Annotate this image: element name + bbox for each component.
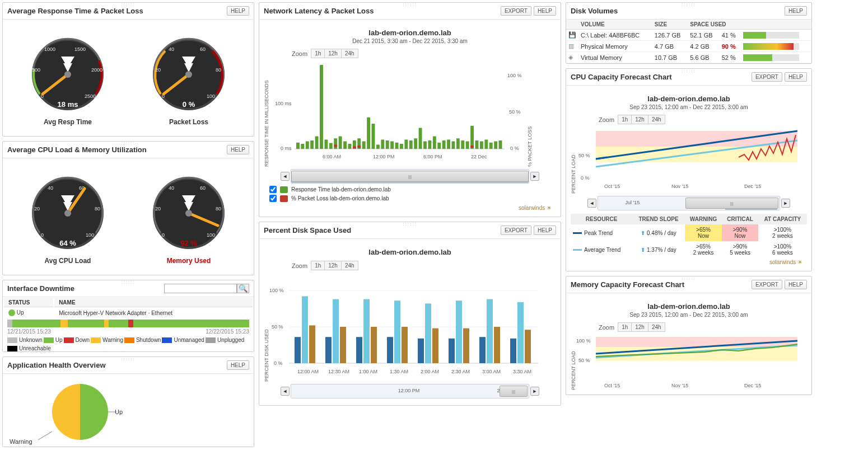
scroll-right[interactable]: ►: [530, 172, 539, 181]
zoom-12h[interactable]: 12h: [325, 49, 342, 58]
downtime-timeline: [7, 320, 249, 327]
svg-rect-90: [475, 140, 479, 149]
search-button[interactable]: 🔍: [237, 284, 249, 293]
svg-rect-119: [425, 303, 431, 363]
zoom-24h[interactable]: 24h: [648, 323, 665, 331]
export-button[interactable]: EXPORT: [752, 72, 782, 82]
svg-rect-58: [339, 137, 342, 149]
brand-footer: solarwinds: [264, 204, 556, 212]
help-button[interactable]: HELP: [227, 145, 249, 154]
svg-text:20: 20: [155, 67, 161, 73]
svg-text:18 ms: 18 ms: [58, 100, 78, 109]
navigator[interactable]: 12:00 PM 22 Dec |||: [291, 169, 529, 184]
drag-handle[interactable]: ::::::: [121, 356, 135, 362]
col-status: STATUS: [4, 298, 53, 307]
svg-text:50 %: 50 %: [578, 358, 590, 363]
svg-text:12:00 AM: 12:00 AM: [297, 369, 319, 374]
panel-app-health: :::::: Application Health Overview HELP …: [2, 356, 254, 447]
help-button[interactable]: HELP: [227, 360, 249, 370]
svg-rect-109: [325, 337, 332, 363]
svg-text:Oct '15: Oct '15: [604, 184, 620, 189]
drag-handle[interactable]: ::::::: [403, 222, 417, 227]
svg-rect-73: [400, 144, 403, 149]
table-row: Average Trend ⬆ 1.37% / day >65% 2 weeks…: [571, 241, 807, 258]
svg-text:64 %: 64 %: [59, 239, 76, 247]
drag-handle[interactable]: ::::::: [121, 280, 135, 285]
scroll-left[interactable]: ◄: [587, 199, 596, 208]
help-button[interactable]: HELP: [785, 72, 807, 82]
scroll-right[interactable]: ►: [781, 199, 790, 208]
help-button[interactable]: HELP: [534, 226, 556, 235]
navigator[interactable]: Jul '15 Oct '15 |||: [598, 196, 780, 210]
svg-rect-56: [334, 138, 337, 149]
drag-handle[interactable]: ::::::: [121, 141, 135, 146]
zoom-1h[interactable]: 1h: [618, 115, 632, 124]
cpu-forecast-chart: 0 % 50 % Oct '15 Nov '15 Dec '15: [576, 126, 800, 194]
table-row[interactable]: ▥ Physical Memory4.7 GB4.2 GB 90 %: [566, 41, 811, 52]
svg-text:0: 0: [162, 232, 165, 238]
svg-text:Nov '15: Nov '15: [671, 383, 688, 388]
panel-title: Average Response Time & Packet Loss: [7, 7, 143, 15]
panel-title: CPU Capacity Forecast Chart: [571, 73, 672, 81]
gauge-avg-resp-time: 0 500 1000 1500 2000 2500 18 ms Avg Resp…: [23, 30, 113, 126]
svg-text:40: 40: [169, 185, 174, 191]
gauge-cpu-load: 020 4060 80100 64 % Avg CPU Load: [23, 168, 113, 265]
zoom-1h[interactable]: 1h: [618, 323, 632, 331]
table-row[interactable]: 💾 C:\ Label: 4A8BF6BC126.7 GB52.1 GB 41 …: [566, 30, 811, 41]
drag-handle[interactable]: ::::::: [682, 2, 696, 7]
svg-rect-91: [480, 142, 483, 149]
chart-range: Dec 21 2015, 3:30 am - Dec 22 2015, 3:30…: [264, 38, 556, 44]
zoom-12h[interactable]: 12h: [632, 115, 648, 124]
zoom-1h[interactable]: 1h: [311, 261, 325, 270]
help-button[interactable]: HELP: [785, 280, 807, 289]
svg-rect-112: [356, 337, 362, 363]
drag-handle[interactable]: ::::::: [121, 2, 135, 7]
scroll-right[interactable]: ►: [530, 387, 539, 396]
zoom-24h[interactable]: 24h: [648, 115, 665, 124]
scroll-left[interactable]: ◄: [281, 172, 290, 181]
zoom-24h[interactable]: 24h: [342, 261, 358, 270]
svg-rect-86: [461, 140, 464, 149]
svg-line-41: [38, 431, 52, 440]
zoom-24h[interactable]: 24h: [342, 49, 358, 58]
pie-label-warning: Warning: [10, 438, 32, 445]
help-button[interactable]: HELP: [534, 6, 556, 16]
yaxis: PERCENT DISK USED: [264, 273, 269, 382]
svg-text:500: 500: [32, 67, 40, 73]
drag-handle[interactable]: ::::::: [682, 276, 696, 281]
panel-avg-rt-pl: :::::: Average Response Time & Packet Lo…: [2, 2, 254, 137]
svg-text:3:00 AM: 3:00 AM: [482, 369, 501, 374]
svg-rect-93: [489, 143, 493, 149]
svg-text:0 %: 0 %: [274, 360, 283, 366]
svg-rect-110: [333, 299, 339, 363]
gauge-packet-loss: 0 20 40 60 80 100 0 % Packet Loss: [144, 30, 234, 126]
zoom-1h[interactable]: 1h: [311, 49, 325, 58]
yaxis-right: % PACKET LOSS: [527, 60, 533, 167]
search-input[interactable]: [164, 284, 237, 293]
svg-text:1:00 AM: 1:00 AM: [359, 369, 377, 374]
legend-toggle-rt[interactable]: [269, 186, 277, 193]
svg-text:Nov '15: Nov '15: [671, 184, 688, 189]
export-button[interactable]: EXPORT: [501, 6, 531, 16]
help-button[interactable]: HELP: [227, 6, 249, 16]
legend-chip: Shutdown: [124, 337, 161, 343]
svg-text:20: 20: [34, 206, 40, 212]
svg-rect-118: [418, 339, 424, 363]
navigator[interactable]: 12:00 PM 22 Dec |||: [291, 384, 529, 398]
legend-toggle-pl[interactable]: [269, 195, 277, 202]
help-button[interactable]: HELP: [785, 6, 807, 16]
table-row[interactable]: Up Microsoft Hyper-V Network Adapter · E…: [4, 308, 253, 317]
drag-handle[interactable]: ::::::: [682, 68, 696, 73]
export-button[interactable]: EXPORT: [501, 226, 531, 235]
svg-rect-126: [494, 327, 500, 363]
table-row[interactable]: ◈ Virtual Memory10.7 GB5.6 GB 52 %: [566, 52, 811, 63]
scroll-left[interactable]: ◄: [281, 387, 290, 396]
chart-host: lab-dem-orion.demo.lab: [571, 302, 807, 311]
export-button[interactable]: EXPORT: [752, 280, 782, 289]
svg-rect-78: [423, 142, 427, 149]
svg-text:50 %: 50 %: [509, 109, 521, 115]
legend-chip: Unreachable: [7, 345, 51, 351]
drag-handle[interactable]: ::::::: [403, 2, 417, 7]
zoom-12h[interactable]: 12h: [632, 323, 648, 331]
zoom-12h[interactable]: 12h: [325, 261, 342, 270]
